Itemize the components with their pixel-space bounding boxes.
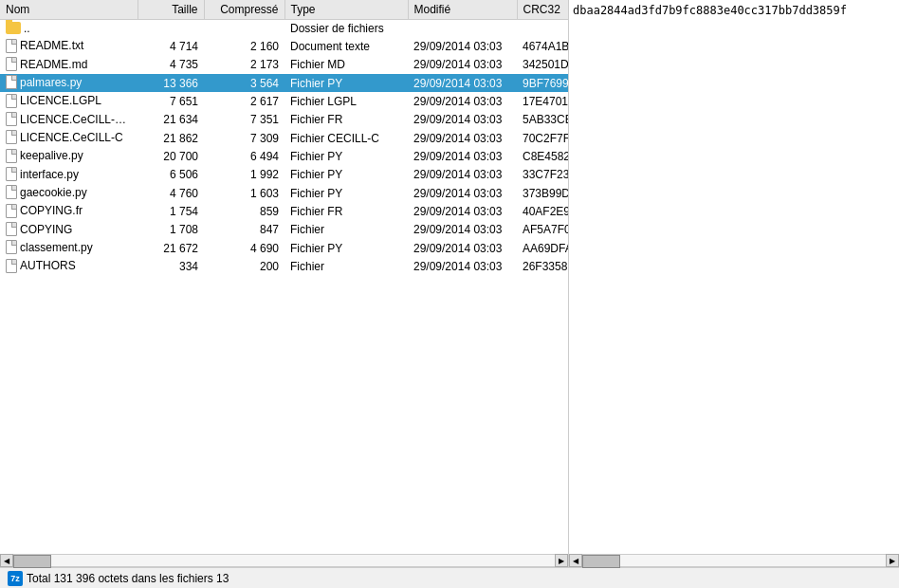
file-crc-cell: AF5A7F03	[517, 221, 568, 239]
file-modified-cell: 29/09/2014 03:03	[408, 92, 517, 110]
table-row[interactable]: gaecookie.py4 7601 603Fichier PY29/09/20…	[0, 184, 568, 202]
file-list-scroll[interactable]: ..Dossier de fichiersREADME.txt4 7142 16…	[0, 20, 568, 554]
col-header-type[interactable]: Type	[284, 0, 408, 20]
file-name-text: README.md	[20, 58, 87, 71]
file-name-cell: LICENCE.LGPL	[0, 92, 138, 110]
left-scrollbar: ◀ ▶	[0, 554, 569, 567]
col-header-nom[interactable]: Nom	[0, 0, 138, 20]
file-type-cell: Fichier	[284, 257, 408, 275]
file-type-cell: Fichier PY	[284, 147, 408, 165]
file-icon	[6, 39, 17, 53]
file-name-cell: COPYING.fr	[0, 202, 138, 220]
file-size-cell: 4 760	[138, 184, 204, 202]
file-size-cell: 7 651	[138, 92, 204, 110]
file-modified-cell: 29/09/2014 03:03	[408, 184, 517, 202]
table-row[interactable]: ..Dossier de fichiers	[0, 20, 568, 37]
scroll-track-left[interactable]	[13, 554, 555, 567]
table-row[interactable]: COPYING.fr1 754859Fichier FR29/09/2014 0…	[0, 202, 568, 220]
file-crc-cell: 26F33581	[517, 257, 568, 275]
file-compressed-cell: 4 690	[204, 239, 284, 257]
file-modified-cell: 29/09/2014 03:03	[408, 129, 517, 147]
file-name-text: LICENCE.CeCILL-C	[20, 131, 123, 144]
scroll-right-arrow[interactable]: ▶	[555, 554, 568, 567]
file-icon	[6, 259, 17, 273]
table-row[interactable]: README.md4 7352 173Fichier MD29/09/2014 …	[0, 56, 568, 74]
file-type-cell: Fichier PY	[284, 239, 408, 257]
file-type-cell: Fichier FR	[284, 202, 408, 220]
col-header-compresse[interactable]: Compressé	[204, 0, 284, 20]
file-icon	[6, 130, 17, 144]
file-name-text: gaecookie.py	[20, 186, 87, 199]
file-modified-cell: 29/09/2014 03:03	[408, 221, 517, 239]
file-name-cell: classement.py	[0, 239, 138, 257]
file-type-cell: Fichier PY	[284, 74, 408, 92]
table-row[interactable]: COPYING1 708847Fichier29/09/2014 03:03AF…	[0, 221, 568, 239]
file-crc-cell: C8E45828	[517, 147, 568, 165]
file-crc-cell: 9BF76997	[517, 74, 568, 92]
file-compressed-cell: 7 309	[204, 129, 284, 147]
scroll-left-arrow-r[interactable]: ◀	[569, 554, 582, 567]
file-crc-cell: AA69DFA1	[517, 239, 568, 257]
table-row[interactable]: LICENCE.CeCILL-C.fr21 6347 351Fichier FR…	[0, 111, 568, 129]
col-header-crc[interactable]: CRC32	[517, 0, 569, 20]
file-icon	[6, 112, 17, 126]
file-name-cell: gaecookie.py	[0, 184, 138, 202]
file-compressed-cell: 6 494	[204, 147, 284, 165]
file-modified-cell: 29/09/2014 03:03	[408, 202, 517, 220]
file-modified-cell	[408, 20, 517, 37]
table-row[interactable]: AUTHORS334200Fichier29/09/2014 03:0326F3…	[0, 257, 568, 275]
file-compressed-cell: 1 603	[204, 184, 284, 202]
table-row[interactable]: classement.py21 6724 690Fichier PY29/09/…	[0, 239, 568, 257]
file-icon	[6, 204, 17, 218]
file-icon	[6, 57, 17, 71]
file-type-cell: Dossier de fichiers	[284, 20, 408, 37]
file-size-cell: 6 506	[138, 166, 204, 184]
file-type-cell: Fichier FR	[284, 111, 408, 129]
file-crc-cell: 70C2F7F0	[517, 129, 568, 147]
table-row[interactable]: LICENCE.LGPL7 6512 617Fichier LGPL29/09/…	[0, 92, 568, 110]
right-scrollbar: ◀ ▶	[569, 554, 899, 567]
scroll-left-arrow[interactable]: ◀	[0, 554, 13, 567]
status-text: Total 131 396 octets dans les fichiers 1…	[27, 572, 229, 585]
h-scroll-left[interactable]: ◀ ▶	[0, 554, 568, 567]
table-row[interactable]: keepalive.py20 7006 494Fichier PY29/09/2…	[0, 147, 568, 165]
file-name-text: ..	[24, 22, 30, 35]
file-modified-cell: 29/09/2014 03:03	[408, 239, 517, 257]
file-size-cell: 4 735	[138, 56, 204, 74]
file-compressed-cell: 1 992	[204, 166, 284, 184]
scroll-right-arrow-r[interactable]: ▶	[886, 554, 899, 567]
file-size-cell: 20 700	[138, 147, 204, 165]
file-crc-cell: 40AF2E9F	[517, 202, 568, 220]
file-name-cell: interface.py	[0, 166, 138, 184]
scroll-track-right[interactable]	[582, 554, 886, 567]
file-modified-cell: 29/09/2014 03:03	[408, 56, 517, 74]
file-modified-cell: 29/09/2014 03:03	[408, 74, 517, 92]
table-row[interactable]: README.txt4 7142 160Document texte29/09/…	[0, 37, 568, 55]
col-header-taille[interactable]: Taille	[138, 0, 204, 20]
file-icon	[6, 149, 17, 163]
table-row[interactable]: palmares.py13 3663 564Fichier PY29/09/20…	[0, 74, 568, 92]
file-icon	[6, 94, 17, 108]
col-header-modifie[interactable]: Modifié	[408, 0, 517, 20]
file-crc-cell: 4674A1B5	[517, 37, 568, 55]
file-compressed-cell: 2 160	[204, 37, 284, 55]
file-type-cell: Fichier	[284, 221, 408, 239]
scroll-thumb-left[interactable]	[13, 555, 51, 568]
scroll-thumb-right[interactable]	[582, 555, 620, 568]
file-type-cell: Fichier MD	[284, 56, 408, 74]
file-size-cell: 334	[138, 257, 204, 275]
h-scroll-right[interactable]: ◀ ▶	[569, 554, 899, 567]
file-name-text: interface.py	[20, 168, 79, 181]
file-compressed-cell: 7 351	[204, 111, 284, 129]
file-compressed-cell: 2 617	[204, 92, 284, 110]
file-name-text: README.txt	[20, 39, 83, 52]
right-pane: dbaa2844ad3fd7b9fc8883e40cc317bb7dd3859f	[569, 0, 899, 554]
file-modified-cell: 29/09/2014 03:03	[408, 147, 517, 165]
preview-content: dbaa2844ad3fd7b9fc8883e40cc317bb7dd3859f	[569, 0, 899, 554]
file-modified-cell: 29/09/2014 03:03	[408, 257, 517, 275]
file-icon	[6, 75, 17, 89]
file-icon	[6, 240, 17, 254]
table-row[interactable]: LICENCE.CeCILL-C21 8627 309Fichier CECIL…	[0, 129, 568, 147]
file-name-cell: ..	[0, 20, 138, 37]
table-row[interactable]: interface.py6 5061 992Fichier PY29/09/20…	[0, 166, 568, 184]
